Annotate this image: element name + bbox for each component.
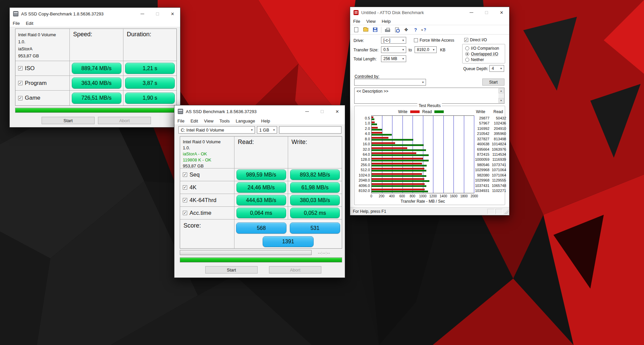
total-length-label: Total Length: (354, 57, 377, 61)
seq-checkbox[interactable] (183, 172, 187, 177)
read-value: 1063976 (491, 147, 506, 152)
comment-input[interactable] (279, 126, 341, 134)
transfer-to-select[interactable]: 8192.0▼ (415, 46, 437, 53)
read-value: 813498 (491, 136, 506, 141)
x-tick-label: 1400 (440, 194, 447, 198)
read-value: 395960 (491, 131, 506, 136)
elapsed-timer: --:--:-- (318, 251, 330, 255)
description-listbox[interactable]: << Description >> ▲ ▼ (354, 88, 504, 104)
write-swatch-icon (410, 110, 420, 113)
drive-info: Intel Raid 0 Volume 1.0. iaStorA - OK 11… (180, 137, 234, 168)
io-comparison-radio[interactable]: I/O Comparison (465, 46, 499, 51)
drive-info: Intel Raid 0 Volume 1.0. iaStorA 953,87 … (15, 29, 70, 61)
about-button[interactable]: ? (412, 26, 420, 34)
print-preview-button[interactable] (393, 26, 401, 34)
start-button[interactable]: Start (42, 117, 95, 124)
x-tick-label: 0 (370, 194, 372, 198)
menu-help[interactable]: Help (379, 18, 394, 25)
read-bar (372, 139, 413, 141)
chart-x-axis-label: Transfer Rate - MB / Sec (371, 199, 474, 204)
maximize-button[interactable] (150, 8, 165, 20)
save-button[interactable] (371, 26, 379, 34)
queue-depth-select[interactable]: 4▼ (489, 65, 504, 72)
minimize-button[interactable] (135, 8, 150, 20)
maximize-button[interactable] (479, 7, 494, 18)
start-button[interactable]: Start (482, 79, 504, 86)
resize-grip[interactable] (503, 209, 508, 214)
neither-radio[interactable]: Neither (465, 57, 484, 62)
menu-file[interactable]: File (10, 20, 23, 27)
close-button[interactable]: ✕ (494, 7, 509, 18)
read-bar (372, 129, 382, 131)
scroll-down-icon[interactable]: ▼ (498, 98, 504, 103)
total-length-select[interactable]: 256 MB▼ (381, 55, 406, 62)
acctime-checkbox[interactable] (183, 211, 187, 215)
write-value: 1034931 (475, 188, 489, 193)
controlled-by-label: Controlled by: (355, 74, 379, 79)
minimize-button[interactable] (464, 7, 479, 18)
game-duration-value: 1,90 s (125, 93, 175, 104)
menu-file[interactable]: File (174, 117, 187, 125)
start-button[interactable]: Start (205, 266, 258, 274)
read-value: 1071064 (491, 167, 506, 172)
minimize-button[interactable] (300, 105, 315, 117)
abort-button[interactable]: Abort (269, 266, 321, 274)
pan-button[interactable]: ✥ (402, 26, 410, 34)
abort-button[interactable]: Abort (98, 117, 151, 124)
acctime-read-cell: 0,064 ms (234, 207, 288, 219)
menu-edit[interactable]: Edit (187, 117, 201, 125)
write-value: 327827 (475, 136, 489, 141)
context-help-button[interactable]: ? (421, 26, 429, 34)
read-bar (372, 175, 426, 177)
score-label: Score: (180, 219, 234, 248)
toolbar-separator (381, 27, 381, 33)
write-bar (372, 152, 416, 154)
4k64-write-cell: 380,03 MB/s (288, 194, 342, 207)
driver-status: iaStorA - OK (183, 151, 231, 157)
menu-view[interactable]: View (201, 117, 216, 125)
overlapped-io-radio[interactable]: Overlapped I/O (465, 52, 498, 56)
drive-select[interactable]: [-c-]▼ (381, 37, 406, 44)
chevron-down-icon: ▼ (273, 129, 275, 132)
test-results-groupbox: Test Results Write Read Write Read 0.51.… (354, 106, 505, 205)
direct-io-checkbox[interactable]: Direct I/O (464, 38, 487, 42)
print-button[interactable] (383, 26, 391, 34)
scrollbar[interactable]: ▲ ▼ (498, 88, 504, 103)
chart-bar-row (372, 172, 474, 178)
write-bar (372, 121, 375, 123)
4k64-checkbox[interactable] (183, 198, 187, 202)
program-checkbox[interactable] (18, 81, 22, 85)
drive-name: Intel Raid 0 Volume (18, 31, 67, 38)
game-checkbox[interactable] (18, 96, 22, 100)
menu-language[interactable]: Language (233, 117, 258, 125)
menu-edit[interactable]: Edit (23, 20, 36, 27)
drive-select[interactable]: C: Intel Raid 0 Volume▼ (178, 126, 255, 134)
read-value: 1116939 (491, 157, 506, 162)
description-entry[interactable]: << Description >> (355, 88, 504, 95)
kb-label: KB (440, 48, 445, 52)
new-file-button[interactable] (352, 26, 360, 34)
test-size-select[interactable]: 1 GB▼ (257, 126, 277, 134)
maximize-button[interactable] (315, 105, 330, 117)
menu-view[interactable]: View (363, 18, 379, 25)
transfer-from-select[interactable]: 0.5▼ (381, 46, 406, 53)
title-bar[interactable]: AS SSD Benchmark 1.8.5636.37293 ✕ (174, 105, 345, 117)
4k64-read-cell: 444,63 MB/s (234, 194, 288, 207)
open-file-button[interactable] (362, 26, 370, 34)
iso-speed-value: 889,74 MB/s (72, 63, 121, 74)
controlled-by-select[interactable]: ▼ (354, 79, 426, 86)
title-bar[interactable]: Untitled - ATTO Disk Benchmark ✕ (350, 7, 509, 18)
chevron-down-icon: ▼ (402, 39, 405, 42)
iso-checkbox[interactable] (18, 66, 22, 70)
write-value: 116992 (475, 126, 489, 131)
close-button[interactable]: ✕ (330, 105, 345, 117)
4k-checkbox[interactable] (183, 185, 187, 190)
menu-help[interactable]: Help (258, 117, 273, 125)
menu-file[interactable]: File (350, 18, 363, 25)
menu-tools[interactable]: Tools (216, 117, 232, 125)
scroll-up-icon[interactable]: ▲ (498, 88, 504, 93)
row-4k64-label: 4K-64Thrd (180, 194, 234, 207)
force-write-access-checkbox[interactable]: Force Write Access (414, 38, 454, 43)
close-button[interactable]: ✕ (165, 8, 180, 20)
title-bar[interactable]: AS SSD Copy-Benchmark 1.8.5636.37293 ✕ (10, 8, 180, 20)
